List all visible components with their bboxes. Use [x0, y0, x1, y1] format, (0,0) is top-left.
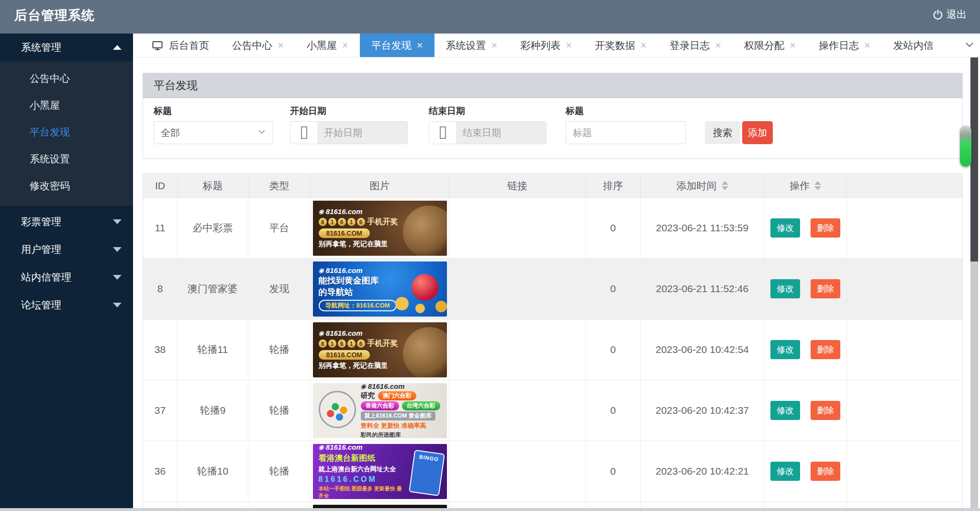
cell-sort: 0: [586, 380, 641, 441]
tab-后台首页[interactable]: 后台首页: [140, 34, 221, 57]
sidebar-item[interactable]: 系统设置: [0, 146, 133, 172]
table-row: [143, 502, 962, 508]
sidebar-group-label: 用户管理: [21, 243, 61, 256]
column-header-type: 类型: [248, 174, 311, 197]
tab-小黑屋[interactable]: 小黑屋×: [295, 34, 360, 57]
expand-arrow-icon: [113, 303, 122, 307]
start-date-input[interactable]: 开始日期: [290, 121, 408, 144]
sidebar-group[interactable]: 站内信管理: [0, 263, 133, 291]
tab-系统设置[interactable]: 系统设置×: [434, 34, 509, 57]
tab-开奖数据[interactable]: 开奖数据×: [583, 34, 658, 57]
delete-button[interactable]: 删除: [811, 401, 840, 420]
banner-image-brown: ◉81616.com81616手机开奖81616.COM别再拿笔，死记在脑里: [313, 322, 447, 377]
tab-label: 后台首页: [169, 39, 209, 52]
admin-app: 后台管理系统 退出 系统管理公告中心小黑屋平台发现系统设置修改密码彩票管理用户管…: [0, 0, 980, 511]
cell-extra: [847, 502, 961, 508]
sidebar-group[interactable]: 彩票管理: [0, 208, 133, 236]
tab-close-icon[interactable]: ×: [715, 40, 721, 51]
logout-button[interactable]: 退出: [932, 8, 967, 21]
sidebar-group[interactable]: 系统管理: [0, 34, 133, 61]
tab-权限分配[interactable]: 权限分配×: [733, 34, 807, 57]
power-icon: [932, 9, 944, 20]
banner-image-light: ◉81616.com研究澳门六合彩香港六合彩台湾六合彩就上81616.COM 黄…: [313, 383, 447, 438]
delete-button[interactable]: 删除: [811, 462, 840, 481]
cell-image: [311, 502, 449, 508]
column-label: 类型: [269, 179, 290, 193]
banner-logo: ◉81616.com: [319, 207, 363, 216]
cell-image: ◉81616.com能找到黄金图库的导航站导航网址：81616.COM: [311, 259, 449, 319]
column-header-actions[interactable]: 操作: [764, 174, 847, 197]
cell-link: [449, 198, 586, 258]
cell-actions: 修改删除: [764, 441, 847, 501]
tab-close-icon[interactable]: ×: [640, 40, 646, 51]
cell-id: 8: [143, 259, 178, 319]
edit-button[interactable]: 修改: [770, 218, 800, 238]
tab-close-icon[interactable]: ×: [864, 40, 870, 51]
column-label: 添加时间: [677, 179, 717, 193]
chevron-down-icon: [964, 39, 975, 52]
sidebar-submenu: 公告中心小黑屋平台发现系统设置修改密码: [0, 61, 133, 206]
banner-image-blue: ◉81616.com能找到黄金图库的导航站导航网址：81616.COM: [313, 261, 447, 317]
search-button[interactable]: 搜索: [705, 121, 740, 144]
tab-登录日志[interactable]: 登录日志×: [658, 34, 733, 57]
tab-close-icon[interactable]: ×: [278, 40, 284, 51]
sidebar-group-label: 系统管理: [21, 41, 61, 54]
tab-公告中心[interactable]: 公告中心×: [221, 34, 295, 57]
column-label: 标题: [203, 179, 223, 193]
cell-title: 轮播9: [178, 380, 248, 441]
tab-操作日志[interactable]: 操作日志×: [807, 34, 882, 57]
end-date-input[interactable]: 结束日期: [429, 121, 546, 144]
tab-overflow-button[interactable]: [959, 34, 980, 57]
cell-extra: [847, 380, 961, 441]
tab-发站内信[interactable]: 发站内信: [882, 34, 945, 57]
panel-header: 平台发现: [143, 73, 962, 98]
sidebar-item[interactable]: 平台发现: [0, 119, 133, 146]
banner-logo: ◉81616.com: [319, 329, 363, 337]
scrollbar-track[interactable]: [970, 57, 978, 261]
sidebar-group[interactable]: 论坛管理: [0, 291, 133, 319]
delete-button[interactable]: 删除: [811, 279, 840, 298]
edit-button[interactable]: 修改: [770, 401, 800, 420]
discovery-panel: 平台发现 标题 开始日期 结束日期 标题 全部 开始日期 结束日期: [143, 73, 963, 159]
tab-close-icon[interactable]: ×: [491, 40, 498, 51]
cell-title: 必中彩票: [178, 198, 248, 258]
tab-彩种列表[interactable]: 彩种列表×: [509, 34, 583, 57]
tab-close-icon[interactable]: ×: [342, 40, 348, 51]
column-label: 排序: [603, 179, 623, 193]
scrollbar-thumb[interactable]: [960, 125, 971, 167]
column-header-title: 标题: [178, 174, 248, 197]
sort-icon[interactable]: [814, 181, 821, 190]
cell-id: 38: [143, 319, 178, 380]
cell-time: 2023-06-20 10:42:21: [641, 441, 764, 501]
banner-logo: ◉81616.com: [361, 383, 405, 390]
expand-arrow-icon: [113, 219, 122, 224]
delete-button[interactable]: 删除: [811, 340, 840, 359]
sort-icon[interactable]: [722, 181, 728, 190]
cell-id: [143, 502, 178, 508]
cell-sort: 0: [586, 259, 641, 319]
scrollbar-track[interactable]: [970, 261, 978, 508]
sidebar-item[interactable]: 公告中心: [0, 65, 133, 92]
tab-close-icon[interactable]: ×: [566, 40, 572, 51]
column-header-time[interactable]: 添加时间: [641, 174, 764, 197]
tab-close-icon[interactable]: ×: [790, 40, 796, 51]
banner-logo: ◉81616.com: [319, 266, 363, 274]
tab-close-icon[interactable]: ×: [417, 40, 423, 51]
cell-time: 2023-06-21 11:52:46: [641, 259, 764, 319]
cell-type: [248, 502, 311, 508]
cell-sort: 0: [586, 198, 641, 258]
tab-平台发现[interactable]: 平台发现×: [360, 34, 434, 57]
delete-button[interactable]: 删除: [811, 218, 840, 238]
title-text-input[interactable]: 标题: [566, 121, 686, 144]
sidebar-group[interactable]: 用户管理: [0, 236, 133, 263]
title-select[interactable]: 全部: [154, 121, 273, 144]
edit-button[interactable]: 修改: [770, 279, 800, 298]
sidebar-menu: 系统管理公告中心小黑屋平台发现系统设置修改密码彩票管理用户管理站内信管理论坛管理: [0, 34, 133, 508]
sidebar-item[interactable]: 修改密码: [0, 172, 133, 199]
edit-button[interactable]: 修改: [770, 462, 800, 481]
sidebar-item[interactable]: 小黑屋: [0, 92, 133, 119]
table-row: 8澳门管家婆发现◉81616.com能找到黄金图库的导航站导航网址：81616.…: [143, 259, 962, 319]
add-button[interactable]: 添加: [742, 121, 773, 144]
edit-button[interactable]: 修改: [770, 340, 800, 359]
tab-label: 公告中心: [232, 39, 272, 52]
